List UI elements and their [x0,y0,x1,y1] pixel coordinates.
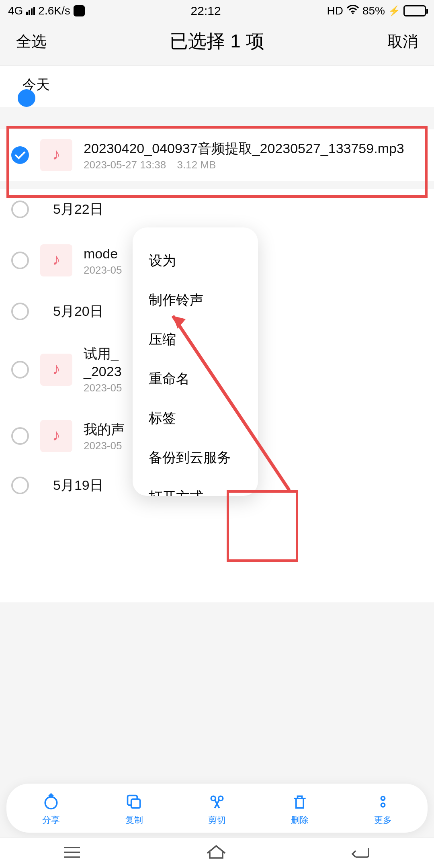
clock: 22:12 [191,4,221,18]
more-menu-popup: 设为 制作铃声 压缩 重命名 标签 备份到云服务 打开方式 [133,227,258,496]
select-all-button[interactable]: 全选 [16,31,47,52]
more-button[interactable]: 更多 [342,792,424,826]
checkbox-empty-icon[interactable] [11,427,29,445]
music-file-icon [40,354,72,386]
copy-button[interactable]: 复制 [92,792,175,826]
svg-point-7 [381,796,385,800]
checkbox-selected-icon[interactable] [11,146,29,164]
svg-point-8 [381,803,385,807]
menu-tags[interactable]: 标签 [133,399,258,439]
hd-indicator: HD [327,4,343,17]
wifi-icon [346,4,359,17]
more-icon [373,792,393,813]
date-header[interactable]: 5月22日 [0,189,434,230]
delete-icon [289,792,310,813]
battery-percentage: 85% [362,4,385,17]
file-item[interactable]: 20230420_040937音频提取_20230527_133759.mp3 … [0,129,434,181]
file-name: 20230420_040937音频提取_20230527_133759.mp3 [84,139,423,157]
delete-button[interactable]: 删除 [258,792,341,826]
system-navbar [0,837,434,868]
svg-point-3 [45,797,57,809]
chat-icon [74,5,85,16]
network-type: 4G [8,4,23,17]
music-file-icon [40,244,72,276]
share-button[interactable]: 分享 [10,792,92,826]
selection-header: 全选 已选择 1 项 取消 [0,19,434,66]
share-icon [41,792,61,813]
menu-set-as[interactable]: 设为 [133,242,258,281]
menu-open-with[interactable]: 打开方式 [133,478,258,496]
checkbox-empty-icon[interactable] [11,477,29,494]
menu-make-ringtone[interactable]: 制作铃声 [133,281,258,321]
checkbox-empty-icon[interactable] [11,252,29,269]
copy-icon [124,792,145,813]
menu-nav-icon[interactable] [61,843,82,863]
checkbox-empty-icon[interactable] [11,303,29,320]
previous-item-peek [0,102,434,107]
charging-icon: ⚡ [388,5,400,16]
home-nav-icon[interactable] [205,843,227,863]
page-title: 已选择 1 项 [170,29,264,54]
checkbox-empty-icon[interactable] [11,361,29,379]
file-meta: 2023-05-27 13:38 3.12 MB [84,159,423,171]
back-nav-icon[interactable] [350,843,373,863]
cut-icon [207,792,227,813]
section-today: 今天 [0,66,434,102]
cancel-button[interactable]: 取消 [387,31,418,52]
music-file-icon [40,139,72,171]
svg-rect-4 [131,799,140,808]
status-left: 4G 2.6K/s [8,4,85,17]
menu-rename[interactable]: 重命名 [133,360,258,399]
menu-compress[interactable]: 压缩 [133,321,258,360]
signal-icon [26,7,35,15]
checkbox-empty-icon[interactable] [11,201,29,218]
menu-backup-cloud[interactable]: 备份到云服务 [133,439,258,478]
status-bar: 4G 2.6K/s 22:12 HD 85% ⚡ [0,0,434,19]
svg-point-0 [352,12,354,14]
network-speed: 2.6K/s [38,4,70,17]
status-right: HD 85% ⚡ [327,4,426,17]
battery-icon [403,5,426,16]
action-toolbar: 分享 复制 剪切 删除 更多 [6,784,428,833]
music-file-icon [40,420,72,452]
cut-button[interactable]: 剪切 [176,792,258,826]
